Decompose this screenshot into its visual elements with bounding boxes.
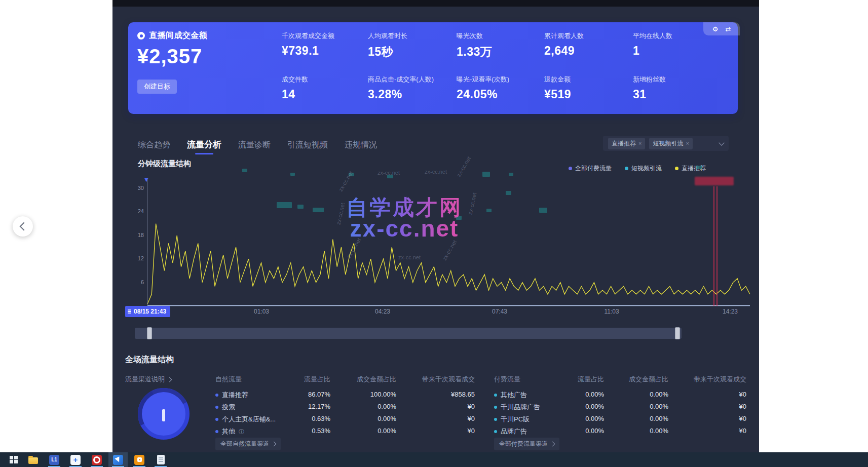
artifact-speck (290, 173, 295, 176)
x-tick-label: 01:03 (254, 308, 269, 315)
artifact-speck (696, 166, 702, 169)
paid-row-value: 0.00% (548, 391, 604, 398)
artifact-speck (456, 216, 462, 220)
natural-row-value: 0.00% (341, 427, 396, 435)
app-l1-icon: L1 (49, 455, 59, 465)
natural-row-value: ¥0 (419, 427, 475, 435)
paid-all-channels-link[interactable]: 全部付费流量渠道 (494, 438, 559, 450)
row-label: 千川品牌广告 (501, 403, 540, 412)
paid-row-value: 0.00% (613, 403, 668, 410)
column-header: 带来千次观看成交 (675, 375, 746, 384)
time-range-slider-track[interactable] (135, 328, 682, 339)
taskbar-recorder-button[interactable] (130, 452, 149, 467)
natural-row-value: 0.00% (341, 415, 396, 422)
natural-row-value: ¥858.65 (419, 391, 475, 398)
paid-row-name: 千川品牌广告 (494, 403, 540, 412)
red-marker-line (713, 186, 714, 306)
natural-all-channels-link[interactable]: 全部自然流量渠道 (215, 438, 281, 450)
paid-row-value: ¥0 (691, 403, 746, 410)
paid-row-value: ¥0 (691, 427, 746, 435)
x-tick-label: 04:23 (375, 308, 390, 315)
column-header: 成交金额占比 (597, 375, 668, 384)
drag-handle-icon (128, 309, 131, 315)
artifact-speck (509, 173, 513, 176)
natural-row-value: 86.07% (275, 391, 330, 398)
donut-center-label (162, 409, 165, 421)
taskbar-notepad-button[interactable] (151, 452, 170, 467)
paid-row-value: 0.00% (613, 415, 668, 422)
natural-row-value: 0.63% (275, 415, 330, 422)
x-tick-label: 07:43 (492, 308, 507, 315)
column-header: 流量占比 (259, 375, 330, 384)
opera-browser-icon (92, 455, 102, 465)
natural-row-value: ¥0 (419, 403, 475, 410)
row-dot (215, 418, 218, 421)
artifact-speck (242, 169, 247, 172)
natural-row-name: 其他ⓘ (215, 427, 244, 436)
column-header: 带来千次观看成交 (404, 375, 475, 384)
slider-handle-left[interactable] (147, 327, 152, 339)
paid-table-header: 付费流量 (494, 375, 520, 384)
natural-row-value: 12.17% (275, 403, 330, 410)
natural-table-header: 自然流量 (215, 375, 242, 384)
row-dot (215, 430, 218, 433)
time-range-start-badge[interactable]: 08/15 21:43 (125, 306, 170, 317)
artifact-speck (387, 175, 393, 178)
x-tick-label: 14:23 (723, 308, 738, 315)
row-label: 品牌广告 (501, 427, 527, 436)
row-label: 其他广告 (501, 391, 527, 400)
paid-row-value: ¥0 (691, 391, 746, 398)
paid-row-name: 其他广告 (494, 391, 527, 400)
y-tick-label: 6 (130, 279, 144, 285)
artifact-speck (297, 205, 304, 209)
link-label: 全部自然流量渠道 (220, 440, 269, 448)
axis-top-marker-icon: ▼ (144, 177, 148, 182)
taskbar-docs-button[interactable]: + (66, 452, 85, 467)
natural-row-name: 直播推荐 (215, 391, 248, 400)
paid-row-value: 0.00% (548, 415, 604, 422)
paid-row-value: 0.00% (613, 427, 668, 435)
chevron-right-icon (550, 442, 555, 447)
artifact-speck (486, 209, 492, 212)
y-tick-label: 30 (130, 185, 144, 191)
notepad-icon (157, 455, 165, 464)
paid-row-value: 0.00% (548, 427, 604, 435)
column-header: 流量占比 (533, 375, 604, 384)
taskbar-explorer-button[interactable] (23, 452, 43, 467)
row-dot (494, 406, 497, 409)
channel-info-link[interactable]: 流量渠道说明 (125, 375, 171, 384)
red-annotation (695, 177, 734, 185)
paid-row-name: 品牌广告 (494, 427, 527, 436)
natural-row-name: 搜索 (215, 403, 235, 412)
natural-row-value: 0.53% (275, 427, 330, 435)
y-tick-label: 12 (130, 255, 144, 261)
artifact-speck (539, 208, 547, 213)
row-dot (494, 418, 497, 421)
taskbar-opera-button[interactable] (87, 452, 106, 467)
y-tick-label: 24 (130, 208, 144, 214)
artifact-speck (482, 172, 490, 177)
row-dot (215, 394, 218, 397)
slider-handle-right[interactable] (675, 327, 680, 339)
screen: ⚙⇄ 直播间成交金额 ¥2,357 创建目标 千次观看成交金额¥739.1人均观… (0, 0, 868, 467)
artifact-speck (277, 202, 292, 208)
natural-row-name: 个人主页&店铺&... (215, 415, 276, 424)
taskbar-pointer-button[interactable] (108, 452, 128, 467)
paid-row-value: 0.00% (613, 391, 668, 398)
pointer-app-icon (113, 455, 123, 465)
red-marker-line (716, 186, 718, 306)
traffic-structure-title: 全场流量结构 (125, 355, 174, 365)
natural-row-value: 0.00% (341, 403, 396, 410)
paid-row-value: 0.00% (548, 403, 604, 410)
row-label: 个人主页&店铺&... (222, 415, 276, 424)
artifact-speck (313, 208, 324, 212)
paid-row-name: 千川PC版 (494, 415, 530, 424)
info-icon: ⓘ (239, 428, 244, 436)
taskbar-start-button[interactable] (4, 452, 23, 467)
link-label: 全部付费流量渠道 (499, 440, 548, 448)
windows-start-icon (10, 456, 18, 464)
y-tick-label: 18 (130, 232, 144, 238)
chevron-right-icon (272, 442, 277, 447)
taskbar-app-l1-button[interactable]: L1 (45, 452, 64, 467)
traffic-donut-chart (138, 388, 190, 440)
